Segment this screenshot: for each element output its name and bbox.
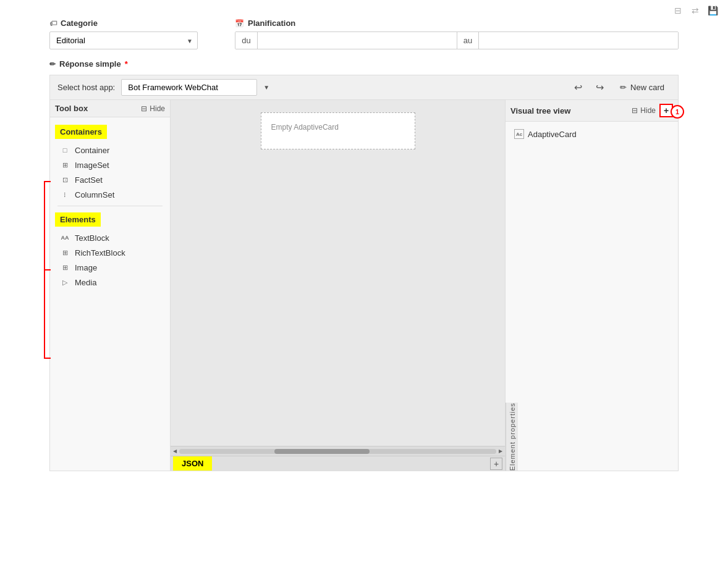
undo-button[interactable]: ↩ [570, 79, 586, 96]
redo-button[interactable]: ↪ [592, 79, 607, 96]
columnset-icon: ⫶ [60, 190, 70, 199]
media-icon: ▷ [60, 277, 70, 287]
form-area: 🏷 Categorie Editorial ▼ 📅 Planification … [0, 19, 728, 69]
factset-icon: ⊡ [60, 175, 70, 185]
au-label: au [457, 32, 479, 49]
visual-tree-hide-button[interactable]: ⊟ Hide [632, 106, 656, 115]
new-card-button[interactable]: ✏ New card [614, 80, 671, 95]
visual-tree-panel: Visual tree view ⊟ Hide + 1 A [505, 100, 678, 471]
calendar-icon: 📅 [235, 19, 244, 28]
editor-toolbar: Select host app: Bot Framework WebChat M… [50, 75, 678, 100]
select-host-label: Select host app: [57, 83, 115, 92]
categorie-select[interactable]: Editorial [49, 31, 198, 49]
canvas-tabs: JSON + [171, 456, 505, 471]
visual-tree-title: Visual tree view [510, 106, 570, 115]
toolbox-content: Containers □ Container ⊞ ImageSet ⊡ Fact… [50, 117, 170, 471]
plus-btn-container: + 1 [659, 104, 673, 117]
toolbox-item-columnset[interactable]: ⫶ ColumnSet [53, 187, 167, 202]
json-tab[interactable]: JSON [173, 456, 212, 471]
adaptive-card-preview: Empty AdaptiveCard [261, 112, 415, 149]
scroll-right-arrow[interactable]: ▶ [499, 448, 502, 454]
categorie-select-wrapper: Editorial ▼ [49, 31, 198, 49]
split-icon[interactable]: ⇄ [690, 5, 701, 16]
categorie-field: 🏷 Categorie Editorial ▼ [49, 19, 198, 49]
toolbox-item-textblock[interactable]: AA TextBlock [53, 230, 167, 245]
scrollbar-thumb[interactable] [274, 449, 370, 454]
host-app-select[interactable]: Bot Framework WebChat Microsoft Teams Co… [121, 79, 257, 96]
form-row-main: 🏷 Categorie Editorial ▼ 📅 Planification … [49, 19, 679, 49]
toolbox-header: Tool box ⊟ Hide [50, 100, 170, 117]
du-label: du [235, 32, 258, 49]
toolbox-title: Tool box [55, 104, 88, 113]
host-app-select-wrapper: Bot Framework WebChat Microsoft Teams Co… [121, 79, 257, 96]
toolbox-item-container[interactable]: □ Container [53, 143, 167, 157]
save-icon[interactable]: 💾 [707, 5, 718, 16]
toolbox-item-image[interactable]: ⊞ Image [53, 260, 167, 275]
new-card-icon: ✏ [620, 83, 627, 92]
visual-tree-header: Visual tree view ⊟ Hide + 1 [506, 100, 678, 122]
element-properties-label: Element properties [509, 403, 516, 471]
toolbox-separator [57, 206, 163, 206]
edit-icon: ✏ [49, 60, 56, 69]
adaptive-card-tree-icon: Ac [514, 129, 524, 139]
top-toolbar: ⊟ ⇄ 💾 [0, 0, 728, 19]
scroll-left-arrow[interactable]: ◀ [173, 448, 177, 454]
host-select-arrow-icon: ▼ [263, 84, 269, 91]
annotation-circle-1: 1 [671, 105, 684, 119]
editor-main: Tool box ⊟ Hide Containers □ Container ⊞… [50, 100, 678, 471]
textblock-icon: AA [60, 233, 70, 243]
au-input[interactable] [479, 32, 678, 49]
elements-category: Elements AA TextBlock ⊞ RichTextBlock ⊞ … [53, 210, 167, 290]
toolbox-panel: Tool box ⊟ Hide Containers □ Container ⊞… [50, 100, 171, 471]
visual-tree-header-right: ⊟ Hide + 1 [632, 104, 673, 117]
toolbox-item-imageset[interactable]: ⊞ ImageSet [53, 157, 167, 172]
image-icon: ⊞ [60, 262, 70, 272]
imageset-icon: ⊞ [60, 160, 70, 170]
canvas-panel: Empty AdaptiveCard ◀ ▶ JSON + [171, 100, 505, 471]
planification-inputs: du au [235, 31, 679, 49]
container-icon: □ [60, 145, 70, 155]
toolbox-hide-button[interactable]: ⊟ Hide [141, 104, 165, 113]
toolbox-item-richtextblock[interactable]: ⊞ RichTextBlock [53, 245, 167, 260]
elements-label: Elements [55, 212, 101, 227]
canvas-content[interactable]: Empty AdaptiveCard [171, 100, 505, 446]
hide-minus-icon: ⊟ [141, 104, 147, 113]
response-section-title: ✏ Réponse simple * [49, 59, 679, 69]
tag-icon: 🏷 [49, 19, 57, 28]
scrollbar-track[interactable] [179, 449, 496, 454]
required-star: * [125, 59, 128, 69]
toolbox-item-factset[interactable]: ⊡ FactSet [53, 172, 167, 187]
visual-tree-hide-icon: ⊟ [632, 106, 638, 115]
du-input[interactable] [258, 32, 457, 49]
containers-label: Containers [55, 125, 107, 139]
tab-add-button[interactable]: + [490, 458, 502, 470]
planification-label: 📅 Planification [235, 19, 679, 28]
richtextblock-icon: ⊞ [60, 248, 70, 258]
element-properties-tab[interactable]: Element properties [506, 403, 518, 471]
containers-category: Containers □ Container ⊞ ImageSet ⊡ Fact… [53, 122, 167, 202]
canvas-scrollbar[interactable]: ◀ ▶ [171, 446, 505, 456]
visual-tree-content: Ac AdaptiveCard [506, 122, 678, 403]
toolbox-item-media[interactable]: ▷ Media [53, 275, 167, 290]
categorie-label: 🏷 Categorie [49, 19, 198, 28]
planification-field: 📅 Planification du au [235, 19, 679, 49]
card-editor: Select host app: Bot Framework WebChat M… [49, 75, 679, 471]
monitor-icon[interactable]: ⊟ [672, 5, 684, 16]
tree-item-adaptivecard[interactable]: Ac AdaptiveCard [510, 127, 673, 141]
